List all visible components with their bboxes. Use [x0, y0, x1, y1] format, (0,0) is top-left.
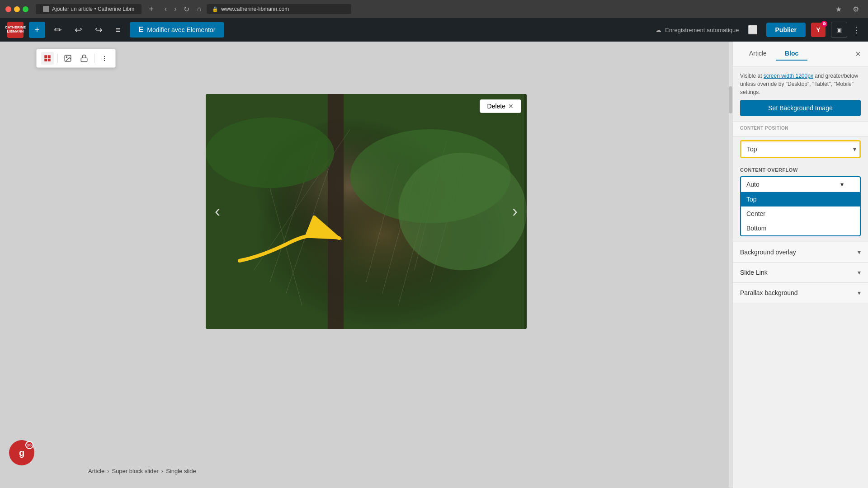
- parallax-background-header[interactable]: Parallax background ▾: [733, 283, 868, 303]
- svg-rect-1: [48, 55, 51, 58]
- overflow-option-top[interactable]: Top: [741, 192, 860, 206]
- browser-dots: [5, 6, 28, 12]
- publish-button[interactable]: Publier: [766, 23, 806, 37]
- notif-circle: g 26: [9, 440, 34, 465]
- user-avatar[interactable]: Y ⚙: [811, 23, 826, 37]
- overflow-option-bottom[interactable]: Bottom: [741, 221, 860, 235]
- wp-admin-bar: CATHERINE LIBMANN + ✏ ↩ ↪ ≡ E Modifier a…: [0, 18, 868, 42]
- slider-edge: [524, 94, 527, 329]
- position-select[interactable]: Top Center Bottom: [740, 140, 861, 158]
- new-tab-button[interactable]: +: [149, 5, 154, 14]
- breadcrumb-item-1[interactable]: Article: [88, 468, 104, 474]
- parallax-background-title: Parallax background: [740, 289, 798, 296]
- info-section: Visible at screen width 1200px and great…: [733, 66, 868, 122]
- lock-icon[interactable]: [78, 52, 90, 65]
- elementor-logo: E: [139, 26, 144, 34]
- tab-favicon: [43, 6, 49, 12]
- browser-settings-icon[interactable]: ⚙: [849, 3, 863, 15]
- content-overflow-label: CONTENT OVERFLOW: [740, 167, 861, 173]
- reload-button[interactable]: ↻: [182, 3, 191, 15]
- more-icon[interactable]: ⋮: [98, 52, 111, 65]
- forward-button[interactable]: ›: [172, 3, 178, 15]
- position-select-wrapper: Top Center Bottom ▾: [740, 140, 861, 158]
- layout-icon: ▣: [836, 27, 842, 33]
- screen-width-link[interactable]: screen width 1200px: [764, 73, 813, 79]
- more-options-button[interactable]: ⋮: [853, 25, 861, 35]
- pencil-button[interactable]: ✏: [51, 23, 66, 37]
- background-overlay-header[interactable]: Background overlay ▾: [733, 242, 868, 262]
- overflow-dropdown: Auto ▾ Top Center Bottom: [740, 176, 861, 236]
- slide-link-header[interactable]: Slide Link ▾: [733, 263, 868, 282]
- browser-dot-yellow[interactable]: [14, 6, 20, 12]
- tab-bloc[interactable]: Bloc: [776, 47, 807, 61]
- slide-image: [206, 94, 527, 329]
- autosave-label: Enregistrement automatique: [665, 27, 739, 33]
- redo-button[interactable]: ↪: [91, 23, 106, 37]
- add-new-button[interactable]: +: [29, 22, 45, 38]
- tab-article[interactable]: Article: [740, 47, 776, 61]
- overflow-option-center[interactable]: Center: [741, 206, 860, 221]
- main-area: ⋮: [0, 42, 868, 488]
- notif-count: 26: [27, 443, 32, 447]
- editor-area: ⋮: [0, 42, 732, 488]
- browser-dot-red[interactable]: [5, 6, 11, 12]
- breadcrumb-sep-1: ›: [107, 468, 109, 474]
- slider-next-button[interactable]: ›: [509, 198, 521, 225]
- image-icon[interactable]: [61, 52, 74, 65]
- slider-container: Delete ✕ ‹ ›: [206, 94, 527, 329]
- slider-prev-button[interactable]: ‹: [211, 198, 224, 225]
- browser-tab-label: Ajouter un article • Catherine Libm: [52, 6, 134, 12]
- set-background-image-button[interactable]: Set Background Image: [740, 100, 861, 116]
- responsive-button[interactable]: ⬜: [745, 22, 761, 38]
- avatar-icon: Y: [816, 26, 820, 33]
- breadcrumb-item-2[interactable]: Super block slider: [112, 468, 158, 474]
- content-position-dropdown-section: Top Center Bottom ▾: [733, 136, 868, 162]
- layout-toggle-button[interactable]: ▣: [831, 22, 847, 38]
- edit-with-elementor-button[interactable]: E Modifier avec Elementor: [130, 22, 225, 38]
- parallax-background-section: Parallax background ▾: [733, 282, 868, 303]
- panel-content: Visible at screen width 1200px and great…: [733, 66, 868, 488]
- browser-dot-green[interactable]: [23, 6, 28, 12]
- content-overflow-section: CONTENT OVERFLOW Auto ▾ Top Center Botto…: [733, 162, 868, 242]
- browser-url: www.catherine-libmann.com: [221, 6, 289, 12]
- elementor-edit-label: Modifier avec Elementor: [147, 26, 215, 33]
- back-button[interactable]: ‹: [163, 3, 169, 15]
- breadcrumb-item-3: Single slide: [166, 468, 196, 474]
- delete-label: Delete: [487, 103, 505, 110]
- svg-rect-3: [48, 59, 51, 61]
- browser-tab[interactable]: Ajouter un article • Catherine Libm: [36, 4, 142, 14]
- svg-rect-0: [44, 55, 47, 58]
- logo-line2: LIBMANN: [7, 30, 24, 34]
- delete-slide-button[interactable]: Delete ✕: [480, 99, 521, 113]
- background-overlay-title: Background overlay: [740, 249, 796, 256]
- add-icon: +: [35, 25, 40, 35]
- block-toolbar: ⋮: [36, 49, 116, 68]
- panel-close-button[interactable]: ×: [855, 49, 861, 59]
- breadcrumb: Article › Super block slider › Single sl…: [88, 468, 196, 474]
- parallax-background-chevron-icon: ▾: [858, 289, 861, 296]
- svg-rect-11: [328, 94, 344, 329]
- browser-nav: ‹ › ↻ ⌂: [163, 3, 203, 15]
- svg-point-23: [398, 153, 527, 270]
- notif-icon: g: [19, 448, 24, 458]
- home-button[interactable]: ⌂: [195, 3, 203, 15]
- browser-star-icon[interactable]: ★: [832, 3, 845, 15]
- menu-button[interactable]: ≡: [112, 23, 124, 37]
- svg-rect-6: [81, 58, 87, 61]
- cloud-icon: ☁: [656, 27, 661, 33]
- panel-tabs: Article Bloc: [740, 47, 807, 61]
- autosave-indicator: ☁ Enregistrement automatique: [656, 27, 739, 33]
- browser-address-bar[interactable]: 🔒 www.catherine-libmann.com: [207, 4, 351, 14]
- toolbar-separator-2: [94, 54, 94, 63]
- overflow-current-value: Auto: [746, 181, 760, 188]
- browser-chrome: Ajouter un article • Catherine Libm + ‹ …: [0, 0, 868, 18]
- content-position-label-partial: CONTENT POSITION: [740, 126, 861, 131]
- block-icon[interactable]: [41, 52, 54, 65]
- overflow-dropdown-header[interactable]: Auto ▾: [741, 177, 860, 192]
- site-logo: CATHERINE LIBMANN: [7, 22, 24, 38]
- svg-rect-2: [44, 59, 47, 61]
- undo-button[interactable]: ↩: [71, 23, 86, 37]
- address-lock-icon: 🔒: [212, 6, 218, 12]
- slide-link-chevron-icon: ▾: [858, 269, 861, 276]
- notification-badge[interactable]: g 26: [9, 440, 34, 465]
